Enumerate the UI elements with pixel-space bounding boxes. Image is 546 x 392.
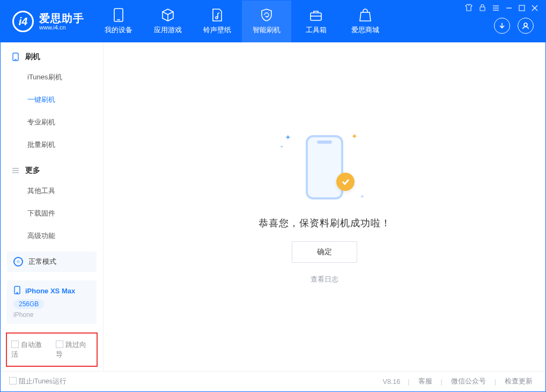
device-small-icon: [13, 286, 21, 296]
toolbox-icon: [309, 8, 323, 22]
sidebar-item-itunes-flash[interactable]: iTunes刷机: [1, 66, 103, 88]
app-url: www.i4.cn: [39, 25, 84, 31]
nav-label: 爱思商城: [351, 25, 379, 35]
list-icon: [11, 166, 20, 175]
main-content: ✦ ✦ ✦ ✦ 恭喜您，保资料刷机成功啦！ 确定 查看日志: [104, 42, 545, 371]
mode-card[interactable]: 正常模式: [7, 252, 97, 272]
svg-point-19: [17, 292, 18, 293]
link-update[interactable]: 检查更新: [500, 377, 537, 386]
maximize-button[interactable]: [519, 4, 525, 13]
sidebar: 刷机 iTunes刷机 一键刷机 专业刷机 批量刷机 更多 其他工具 下载固件 …: [1, 42, 104, 371]
nav-store[interactable]: 爱思商城: [341, 1, 390, 42]
user-icon[interactable]: [518, 18, 534, 34]
svg-point-12: [524, 23, 527, 26]
device-name: iPhone XS Max: [25, 287, 75, 295]
close-button[interactable]: [532, 4, 538, 13]
sparkle-icon: ✦: [351, 132, 358, 140]
nav-flash[interactable]: 智能刷机: [242, 1, 291, 42]
checkbox-block-itunes[interactable]: 阻止iTunes运行: [9, 377, 67, 386]
logo-icon: i4: [12, 11, 34, 32]
window-controls: [465, 4, 541, 13]
nav-toolbox[interactable]: 工具箱: [291, 1, 341, 42]
titlebar: i4 爱思助手 www.i4.cn 我的设备 应用游戏 铃声壁纸 智能刷机: [1, 1, 545, 42]
nav-ringtones[interactable]: 铃声壁纸: [193, 1, 242, 42]
mode-icon: [13, 257, 23, 267]
checkbox-skip-guide[interactable]: 跳过向导: [56, 340, 93, 359]
device-type: iPhone: [13, 311, 90, 319]
nav-label: 我的设备: [105, 25, 132, 35]
logo-text: 爱思助手 www.i4.cn: [39, 13, 84, 31]
version-label: V8.16: [383, 378, 404, 386]
section-title: 刷机: [25, 52, 40, 62]
bag-icon: [358, 8, 372, 22]
sparkle-icon: ✦: [279, 144, 284, 150]
download-icon[interactable]: [494, 18, 510, 34]
phone-outline-icon: [306, 135, 343, 199]
device-card[interactable]: iPhone XS Max 256GB iPhone: [7, 280, 97, 324]
menu-icon[interactable]: [492, 4, 499, 13]
nav-label: 应用游戏: [154, 25, 182, 35]
titlebar-right: [465, 1, 545, 42]
minimize-button[interactable]: [506, 4, 512, 13]
nav-label: 工具箱: [306, 25, 327, 35]
sidebar-item-oneclick-flash[interactable]: 一键刷机: [1, 88, 103, 111]
tshirt-icon[interactable]: [465, 4, 473, 13]
svg-rect-2: [311, 13, 321, 20]
body: 刷机 iTunes刷机 一键刷机 专业刷机 批量刷机 更多 其他工具 下载固件 …: [1, 42, 545, 371]
top-nav: 我的设备 应用游戏 铃声壁纸 智能刷机 工具箱 爱思商城: [94, 1, 390, 42]
logo-block: i4 爱思助手 www.i4.cn: [1, 1, 94, 42]
bottombar: 阻止iTunes运行 V8.16 | 客服 | 微信公众号 | 检查更新: [1, 371, 545, 391]
sparkle-icon: ✦: [360, 194, 364, 199]
ok-button[interactable]: 确定: [292, 241, 357, 263]
sidebar-item-advanced[interactable]: 高级功能: [1, 225, 103, 247]
nav-label: 铃声壁纸: [203, 25, 231, 35]
check-badge-icon: [336, 173, 355, 191]
nav-apps-games[interactable]: 应用游戏: [143, 1, 193, 42]
sidebar-list-flash: iTunes刷机 一键刷机 专业刷机 批量刷机: [1, 66, 103, 156]
highlighted-checkbox-row: 自动激活 跳过向导: [6, 332, 98, 367]
link-wechat[interactable]: 微信公众号: [447, 377, 490, 386]
device-icon: [112, 8, 126, 22]
sidebar-list-more: 其他工具 下载固件 高级功能: [1, 180, 103, 247]
sidebar-item-batch-flash[interactable]: 批量刷机: [1, 134, 103, 156]
nav-my-device[interactable]: 我的设备: [94, 1, 143, 42]
success-message: 恭喜您，保资料刷机成功啦！: [259, 217, 391, 230]
sidebar-section-flash: 刷机: [1, 42, 103, 66]
sidebar-item-pro-flash[interactable]: 专业刷机: [1, 111, 103, 134]
nav-label: 智能刷机: [253, 25, 281, 35]
svg-rect-4: [480, 7, 485, 11]
sidebar-item-other-tools[interactable]: 其他工具: [1, 180, 103, 202]
mode-label: 正常模式: [28, 257, 56, 267]
section-title: 更多: [25, 166, 40, 175]
lock-icon[interactable]: [479, 4, 486, 13]
sidebar-section-more: 更多: [1, 156, 103, 180]
cube-icon: [161, 8, 175, 22]
titlebar-round-icons: [494, 18, 541, 36]
sparkle-icon: ✦: [285, 133, 291, 142]
shield-refresh-icon: [260, 8, 274, 22]
music-file-icon: [210, 8, 224, 22]
view-log-link[interactable]: 查看日志: [311, 275, 338, 284]
svg-rect-9: [519, 5, 525, 11]
device-storage: 256GB: [13, 299, 44, 309]
link-service[interactable]: 客服: [414, 377, 437, 386]
app-window: i4 爱思助手 www.i4.cn 我的设备 应用游戏 铃声壁纸 智能刷机: [0, 0, 546, 392]
phone-icon: [11, 53, 20, 61]
checkbox-auto-activate[interactable]: 自动激活: [11, 340, 48, 359]
sidebar-item-download-firmware[interactable]: 下载固件: [1, 202, 103, 225]
success-illustration: ✦ ✦ ✦ ✦: [282, 130, 367, 205]
app-name: 爱思助手: [39, 13, 84, 24]
